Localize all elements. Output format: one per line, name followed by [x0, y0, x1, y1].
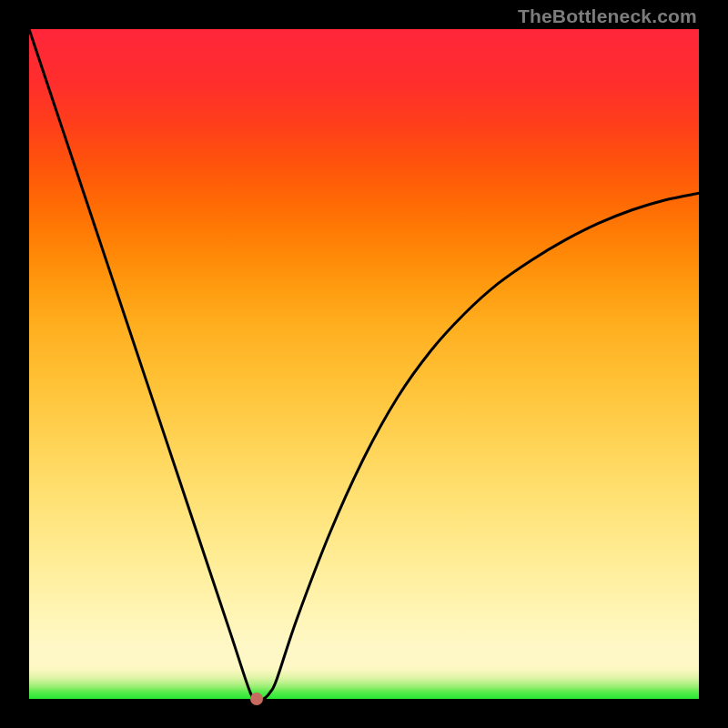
- optimal-point-marker: [250, 693, 263, 705]
- bottleneck-curve: [29, 29, 699, 699]
- watermark-text: TheBottleneck.com: [518, 5, 697, 27]
- plot-area: [29, 29, 699, 699]
- chart-frame: TheBottleneck.com: [0, 0, 728, 728]
